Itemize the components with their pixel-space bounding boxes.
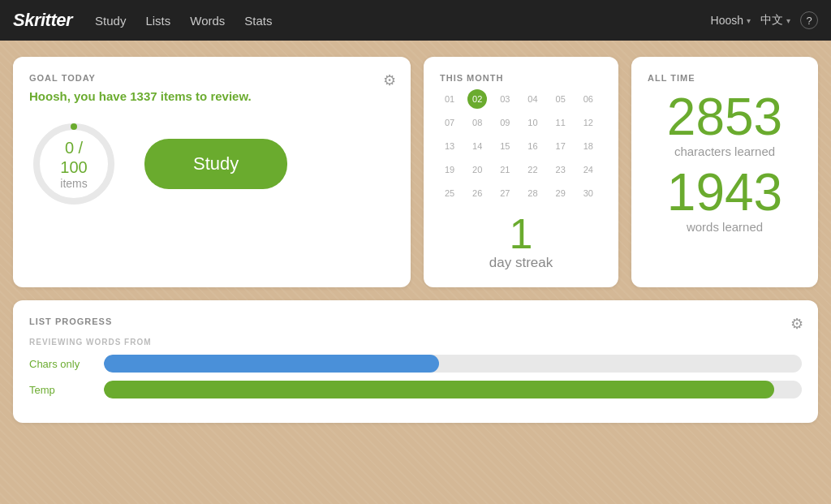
nav-links: Study Lists Words Stats	[95, 14, 710, 28]
progress-fraction: 0 / 100	[52, 138, 97, 177]
calendar-day-14[interactable]: 14	[467, 136, 487, 156]
brand-logo[interactable]: Skritter	[13, 10, 72, 31]
progress-row-name: Temp	[29, 384, 94, 396]
nav-stats[interactable]: Stats	[244, 14, 272, 28]
alltime-card-label: ALL TIME	[648, 73, 802, 83]
main-content: GOAL TODAY ⚙ Hoosh, you have 1337 items …	[0, 41, 831, 439]
calendar-day-21[interactable]: 21	[495, 160, 515, 179]
reviewing-label: REVIEWING WORDS FROM	[29, 338, 802, 347]
username-label: Hoosh	[711, 14, 743, 27]
lang-menu[interactable]: 中文 ▾	[760, 13, 790, 28]
calendar-day-12[interactable]: 12	[579, 113, 598, 132]
calendar-day-28[interactable]: 28	[523, 183, 542, 203]
characters-number: 2853	[648, 91, 802, 143]
progress-bar-wrap	[104, 355, 802, 373]
nav-right: Hoosh ▾ 中文 ▾ ?	[711, 11, 818, 29]
help-button[interactable]: ?	[800, 11, 818, 29]
calendar-day-24[interactable]: 24	[579, 160, 598, 179]
calendar-day-02[interactable]: 02	[467, 89, 487, 109]
calendar-day-04[interactable]: 04	[523, 89, 542, 109]
goal-settings-icon[interactable]: ⚙	[383, 71, 396, 89]
calendar-day-05[interactable]: 05	[551, 89, 571, 109]
lang-chevron-icon: ▾	[786, 16, 790, 25]
list-progress-title: LIST PROGRESS	[29, 317, 802, 326]
calendar-grid: 0102030405060708091011121314151617181920…	[440, 89, 602, 203]
streak-number: 1	[440, 213, 602, 255]
calendar-day-20[interactable]: 20	[467, 160, 487, 179]
goal-message: Hoosh, you have 1337 items to review.	[29, 89, 394, 103]
lang-label: 中文	[760, 13, 783, 28]
calendar-day-01[interactable]: 01	[440, 89, 459, 109]
calendar-day-07[interactable]: 07	[440, 113, 459, 132]
calendar-day-09[interactable]: 09	[495, 113, 515, 132]
study-button[interactable]: Study	[144, 139, 287, 189]
calendar-day-08[interactable]: 08	[467, 113, 487, 132]
calendar-day-25[interactable]: 25	[440, 183, 459, 203]
all-time-card: ALL TIME 2853 characters learned 1943 wo…	[631, 57, 818, 287]
top-row: GOAL TODAY ⚙ Hoosh, you have 1337 items …	[13, 57, 818, 287]
calendar-day-22[interactable]: 22	[523, 160, 542, 179]
streak-label: day streak	[440, 255, 602, 271]
calendar-day-03[interactable]: 03	[495, 89, 515, 109]
progress-row: Temp	[29, 381, 802, 398]
progress-bar-fill	[104, 381, 774, 398]
list-progress-card: LIST PROGRESS ⚙ REVIEWING WORDS FROM Cha…	[13, 300, 818, 423]
list-settings-icon[interactable]: ⚙	[790, 315, 803, 333]
calendar-day-26[interactable]: 26	[467, 183, 487, 203]
streak-area: 1 day streak	[440, 213, 602, 271]
nav-lists[interactable]: Lists	[145, 14, 170, 28]
nav-study[interactable]: Study	[95, 14, 126, 28]
progress-row-name: Chars only	[29, 358, 94, 370]
nav-words[interactable]: Words	[190, 14, 225, 28]
calendar-day-17[interactable]: 17	[551, 136, 571, 156]
user-menu[interactable]: Hoosh ▾	[711, 14, 751, 27]
calendar-day-19[interactable]: 19	[440, 160, 459, 179]
calendar-day-29[interactable]: 29	[551, 183, 571, 203]
question-mark-icon: ?	[806, 15, 812, 27]
goal-card-label: GOAL TODAY	[29, 73, 394, 83]
progress-bar-fill	[104, 355, 439, 373]
calendar-day-13[interactable]: 13	[440, 136, 459, 156]
navbar: Skritter Study Lists Words Stats Hoosh ▾…	[0, 0, 831, 41]
calendar-day-18[interactable]: 18	[579, 136, 598, 156]
items-label: items	[52, 177, 97, 190]
calendar-day-15[interactable]: 15	[495, 136, 515, 156]
characters-label: characters learned	[648, 144, 802, 158]
characters-stat: 2853 characters learned	[648, 91, 802, 158]
goal-message-user: Hoosh	[29, 89, 67, 103]
calendar-day-23[interactable]: 23	[551, 160, 571, 179]
month-card-label: THIS MONTH	[440, 73, 602, 83]
calendar-day-16[interactable]: 16	[523, 136, 542, 156]
progress-rows: Chars onlyTemp	[29, 355, 802, 398]
goal-today-card: GOAL TODAY ⚙ Hoosh, you have 1337 items …	[13, 57, 411, 287]
user-chevron-icon: ▾	[747, 16, 751, 25]
this-month-card: THIS MONTH 01020304050607080910111213141…	[424, 57, 618, 287]
goal-body: 0 / 100 items Study	[29, 119, 394, 209]
calendar-day-11[interactable]: 11	[551, 113, 571, 132]
words-stat: 1943 words learned	[648, 166, 802, 234]
calendar: 0102030405060708091011121314151617181920…	[440, 89, 602, 203]
words-label: words learned	[648, 220, 802, 234]
calendar-day-06[interactable]: 06	[579, 89, 598, 109]
progress-bar-wrap	[104, 381, 802, 398]
calendar-day-27[interactable]: 27	[495, 183, 515, 203]
progress-circle-text: 0 / 100 items	[52, 138, 97, 190]
progress-row: Chars only	[29, 355, 802, 373]
calendar-day-10[interactable]: 10	[523, 113, 542, 132]
progress-circle: 0 / 100 items	[29, 119, 118, 209]
goal-message-suffix: , you have 1337 items to review.	[67, 89, 252, 103]
words-number: 1943	[648, 166, 802, 218]
calendar-day-30[interactable]: 30	[579, 183, 598, 203]
